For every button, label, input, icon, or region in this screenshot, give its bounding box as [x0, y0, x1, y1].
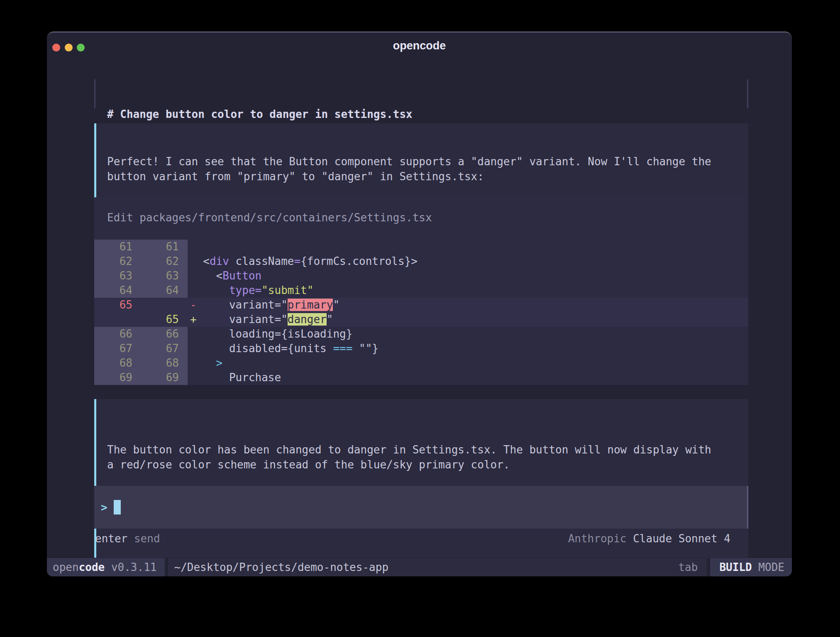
- prompt-caret: >: [101, 501, 107, 514]
- session-header: # Change button color to danger in setti…: [94, 79, 748, 108]
- diff-gutter: 6767: [94, 341, 188, 356]
- diff-gutter: 65: [94, 298, 188, 312]
- diff-code-line: Purchase: [188, 370, 748, 385]
- diff-code-line: loading={isLoading}: [188, 327, 748, 341]
- keybind-hint-bar: enter send Anthropic Claude Sonnet 4: [94, 531, 748, 546]
- tab-key-hint: tab: [669, 558, 707, 576]
- diff-code-line: + variant="danger": [188, 312, 748, 327]
- app-name-open: open: [53, 561, 79, 573]
- model-indicator: Anthropic Claude Sonnet 4: [568, 531, 730, 546]
- diff-row-64: 6464 type="submit": [94, 283, 748, 298]
- edit-tool-title: Edit packages/frontend/src/containers/Se…: [94, 197, 748, 240]
- diff-code-line: disabled={units === ""}: [188, 341, 748, 356]
- send-action-label: send: [127, 531, 160, 546]
- window-titlebar: opencode: [47, 32, 792, 62]
- diff-gutter: 6666: [94, 327, 188, 341]
- message-body: Perfect! I can see that the Button compo…: [107, 154, 740, 184]
- status-divider: [165, 558, 168, 576]
- diff-code-line: type="submit": [188, 283, 748, 298]
- mode-chip: BUILD MODE: [710, 558, 792, 576]
- message-body: The button color has been changed to dan…: [107, 442, 740, 472]
- diff-code-line: [188, 240, 748, 254]
- mode-label: MODE: [752, 561, 784, 573]
- diff-row-67: 6767 disabled={units === ""}: [94, 341, 748, 356]
- status-bar: opencode v0.3.11 ~/Desktop/Projects/demo…: [47, 558, 792, 576]
- diff-code-line: >: [188, 356, 748, 370]
- diff-gutter: 6868: [94, 356, 188, 370]
- app-version-chip: opencode v0.3.11: [47, 558, 165, 576]
- status-divider: [707, 558, 710, 576]
- diff-row-65: 65+ variant="danger": [94, 312, 748, 327]
- diff-row-66: 6666 loading={isLoading}: [94, 327, 748, 341]
- status-spacer: [388, 558, 669, 576]
- provider-label: Anthropic: [568, 532, 633, 545]
- working-directory: ~/Desktop/Projects/demo-notes-app: [168, 558, 388, 576]
- diff-code-line: - variant="primary": [188, 298, 748, 312]
- enter-key-hint: enter: [95, 531, 127, 546]
- app-version: v0.3.11: [105, 561, 156, 573]
- diff-row-69: 6969 Purchase: [94, 370, 748, 385]
- close-window-button[interactable]: [52, 44, 60, 51]
- diff-row-65: 65- variant="primary": [94, 298, 748, 312]
- message-line: a red/rose color scheme instead of the b…: [107, 457, 740, 472]
- prompt-input[interactable]: >: [94, 486, 748, 529]
- minimize-window-button[interactable]: [65, 44, 73, 51]
- diff-gutter: 6363: [94, 269, 188, 283]
- message-line: The button color has been changed to dan…: [107, 442, 740, 457]
- diff-gutter: 65: [94, 312, 188, 327]
- window-title: opencode: [47, 32, 792, 59]
- mode-build: BUILD: [719, 561, 752, 573]
- diff-gutter: 6161: [94, 240, 188, 254]
- message-line: Perfect! I can see that the Button compo…: [107, 154, 740, 169]
- diff-code-line: <Button: [188, 269, 748, 283]
- model-name: Claude Sonnet 4: [633, 532, 730, 545]
- diff-row-63: 6363 <Button: [94, 269, 748, 283]
- app-window: opencode # Change button color to danger…: [47, 32, 792, 576]
- message-line: button variant from "primary" to "danger…: [107, 169, 740, 184]
- app-name-code: code: [79, 561, 105, 573]
- diff-row-62: 6262 <div className={formCs.controls}>: [94, 254, 748, 269]
- diff-row-68: 6868 >: [94, 356, 748, 370]
- diff-gutter: 6969: [94, 370, 188, 385]
- diff-gutter: 6464: [94, 283, 188, 298]
- edit-tool-card: Edit packages/frontend/src/containers/Se…: [94, 197, 748, 385]
- diff-gutter: 6262: [94, 254, 188, 269]
- zoom-window-button[interactable]: [77, 44, 85, 51]
- text-cursor: [114, 500, 121, 514]
- session-title: # Change button color to danger in setti…: [107, 108, 735, 121]
- diff-code-line: <div className={formCs.controls}>: [188, 254, 748, 269]
- diff-table: 6161 6262 <div className={formCs.control…: [94, 240, 748, 385]
- diff-row-61: 6161: [94, 240, 748, 254]
